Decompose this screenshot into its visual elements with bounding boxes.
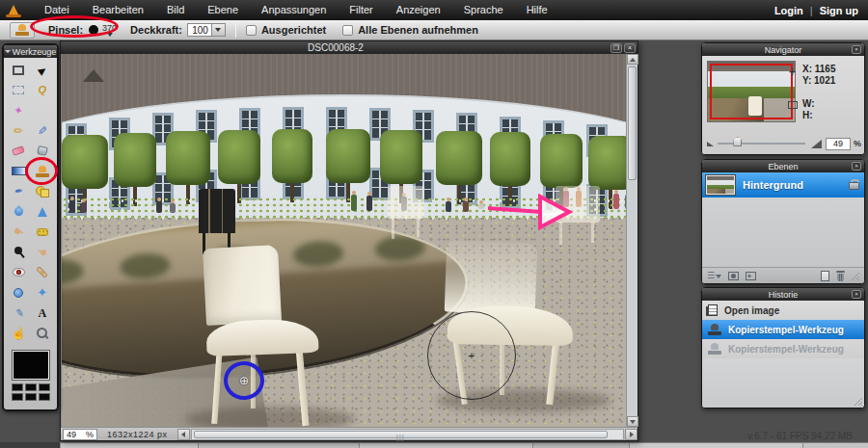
red-eye-icon bbox=[13, 268, 25, 277]
brush-tool[interactable]: ✎ bbox=[31, 120, 55, 141]
vertical-scrollbar[interactable] bbox=[626, 54, 637, 427]
document-icon bbox=[708, 304, 718, 316]
sponge-tool[interactable] bbox=[31, 222, 55, 242]
burn-tool[interactable]: ☚ bbox=[31, 242, 55, 262]
foreground-color-swatch[interactable] bbox=[13, 351, 49, 380]
navigator-titlebar[interactable]: Navigator × bbox=[702, 43, 864, 56]
smudge-tool[interactable]: ☛ bbox=[7, 222, 31, 242]
maximize-button[interactable]: ❐ bbox=[610, 43, 622, 53]
history-titlebar[interactable]: Historie × bbox=[702, 288, 864, 301]
color-swatch[interactable] bbox=[25, 383, 37, 391]
history-item-clone-stamp-2[interactable]: Kopierstempel-Werkzeug bbox=[702, 339, 864, 358]
layer-row-hintergrund[interactable]: Hintergrund bbox=[702, 172, 864, 198]
color-swatch[interactable] bbox=[12, 393, 23, 401]
aligned-checkbox[interactable] bbox=[246, 25, 257, 36]
sample-all-layers-label: Alle Ebenen aufnehmen bbox=[358, 24, 478, 36]
zoom-in-icon[interactable] bbox=[811, 140, 822, 148]
opacity-value-box[interactable]: 100 bbox=[187, 23, 212, 37]
login-link[interactable]: Login bbox=[774, 5, 803, 16]
zoom-slider[interactable] bbox=[718, 143, 805, 145]
color-swatch[interactable] bbox=[12, 383, 23, 391]
scroll-up-button[interactable] bbox=[627, 54, 638, 65]
menu-bearbeiten[interactable]: Bearbeiten bbox=[81, 0, 155, 20]
navigator-view-rect[interactable] bbox=[710, 64, 793, 119]
menu-anpassungen[interactable]: Anpassungen bbox=[250, 0, 338, 20]
color-swatch[interactable] bbox=[39, 383, 50, 391]
vertical-scroll-thumb[interactable] bbox=[628, 66, 637, 180]
menu-hilfe[interactable]: Hilfe bbox=[515, 0, 559, 20]
zoom-out-icon[interactable] bbox=[707, 142, 714, 146]
paint-bucket-icon bbox=[37, 145, 48, 156]
history-item-open-image[interactable]: Open image bbox=[702, 301, 864, 320]
zoom-tool[interactable] bbox=[31, 323, 55, 343]
brush-size-label: Pinsel: bbox=[48, 24, 83, 36]
delete-layer-button[interactable] bbox=[836, 271, 845, 281]
menu-filter[interactable]: Filter bbox=[338, 0, 384, 20]
crop-tool[interactable] bbox=[7, 60, 31, 80]
canvas-zoom-box[interactable]: 49 % bbox=[63, 429, 97, 440]
color-replace-tool[interactable]: ✒ bbox=[7, 181, 31, 201]
resize-grip[interactable] bbox=[852, 273, 859, 280]
layer-styles-button[interactable]: ✦ bbox=[746, 272, 756, 280]
layers-titlebar[interactable]: Ebenen × bbox=[702, 160, 864, 172]
color-swatch[interactable] bbox=[39, 393, 50, 401]
resize-grip[interactable] bbox=[854, 398, 862, 406]
image-window-titlebar[interactable]: DSC00068-2 ❐ × bbox=[61, 41, 637, 54]
scroll-right-button[interactable] bbox=[625, 429, 637, 440]
menu-bild[interactable]: Bild bbox=[155, 0, 196, 20]
layer-mask-button[interactable] bbox=[728, 272, 739, 280]
menu-datei[interactable]: Datei bbox=[33, 0, 81, 20]
type-tool[interactable]: A bbox=[31, 303, 55, 323]
signup-link[interactable]: Sign up bbox=[820, 5, 858, 16]
history-item-clone-stamp-1[interactable]: Kopierstempel-Werkzeug bbox=[702, 320, 864, 339]
gradient-tool[interactable] bbox=[7, 161, 31, 181]
scroll-left-button[interactable] bbox=[177, 429, 190, 440]
color-swatch[interactable] bbox=[25, 393, 37, 401]
navigator-thumbnail[interactable] bbox=[707, 61, 796, 122]
lasso-tool[interactable]: Q bbox=[31, 80, 55, 100]
move-tool[interactable]: ▶ bbox=[31, 60, 55, 80]
annotation-pink-arrow bbox=[484, 191, 573, 231]
layers-close-button[interactable]: × bbox=[852, 162, 861, 171]
sample-all-layers-checkbox[interactable] bbox=[342, 25, 353, 36]
marquee-icon bbox=[13, 86, 24, 94]
tools-palette-titlebar[interactable]: Werkzeuge bbox=[4, 45, 57, 58]
close-window-button[interactable]: × bbox=[624, 43, 636, 53]
photo-canvas[interactable]: + ⊕ bbox=[62, 54, 627, 428]
menu-anzeigen[interactable]: Anzeigen bbox=[385, 0, 452, 20]
layer-settings-button[interactable]: ☰ bbox=[707, 272, 721, 280]
horizontal-scrollbar[interactable]: ||| bbox=[191, 429, 624, 440]
pinch-tool[interactable]: ✦ bbox=[31, 282, 55, 303]
menu-sprache[interactable]: Sprache bbox=[452, 0, 515, 20]
red-eye-tool[interactable] bbox=[7, 262, 31, 282]
eraser-tool[interactable] bbox=[7, 141, 31, 161]
paint-bucket-tool[interactable] bbox=[31, 141, 55, 161]
navigator-zoom-value[interactable]: 49 bbox=[826, 138, 851, 150]
sharpen-tool[interactable] bbox=[31, 201, 55, 222]
navigator-close-button[interactable]: × bbox=[852, 45, 861, 54]
type-icon: A bbox=[38, 307, 46, 319]
blur-tool[interactable] bbox=[7, 201, 31, 222]
mini-swatches bbox=[4, 383, 57, 401]
opacity-dropdown-button[interactable] bbox=[212, 23, 226, 37]
bloat-tool[interactable] bbox=[7, 282, 31, 303]
clone-stamp-tool[interactable] bbox=[31, 161, 55, 181]
x-label: X: bbox=[802, 64, 812, 74]
tree-crown bbox=[114, 133, 156, 187]
zoom-slider-thumb[interactable] bbox=[733, 137, 742, 146]
brush-preview[interactable] bbox=[89, 25, 98, 35]
shape-tool[interactable] bbox=[31, 181, 55, 201]
horizontal-scroll-thumb[interactable]: ||| bbox=[194, 431, 609, 438]
wand-tool[interactable]: ✦ bbox=[7, 100, 31, 120]
scroll-down-button[interactable] bbox=[627, 416, 638, 427]
dodge-tool[interactable] bbox=[7, 242, 31, 262]
brush-size-control[interactable]: 370 bbox=[102, 24, 117, 37]
pencil-tool[interactable]: ✏ bbox=[7, 120, 31, 141]
menu-ebene[interactable]: Ebene bbox=[196, 0, 250, 20]
hand-tool[interactable]: ☝ bbox=[7, 323, 31, 343]
new-layer-button[interactable] bbox=[821, 271, 829, 281]
marquee-tool[interactable] bbox=[7, 80, 31, 100]
spot-heal-tool[interactable] bbox=[31, 262, 55, 282]
eyedropper-tool[interactable]: ✐ bbox=[7, 303, 31, 323]
history-close-button[interactable]: × bbox=[852, 290, 861, 299]
